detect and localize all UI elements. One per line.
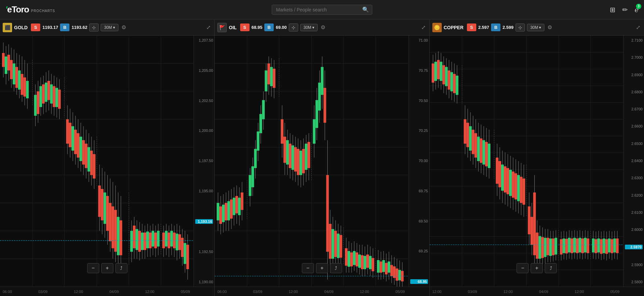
oil-chart-controls: − + ⤴ bbox=[302, 263, 342, 273]
oil-share-button[interactable]: ⤴ bbox=[330, 263, 342, 273]
svg-rect-427 bbox=[605, 239, 608, 254]
copper-icon: 🪙 bbox=[432, 23, 442, 32]
svg-rect-318 bbox=[447, 70, 450, 90]
svg-rect-106 bbox=[141, 233, 144, 250]
svg-rect-263 bbox=[372, 258, 374, 271]
svg-rect-282 bbox=[398, 270, 401, 280]
copper-timeframe-button[interactable]: 30M ▾ bbox=[527, 24, 544, 31]
copper-zoom-in-button[interactable]: + bbox=[531, 263, 543, 273]
nav-right: ⊞ ✏ ℯ 3 bbox=[610, 6, 639, 14]
gold-crosshair-button[interactable]: ⊹ bbox=[89, 23, 99, 32]
oil-zoom-in-button[interactable]: + bbox=[316, 263, 328, 273]
svg-rect-108 bbox=[144, 233, 146, 250]
svg-rect-253 bbox=[358, 254, 361, 267]
svg-rect-95 bbox=[119, 220, 122, 255]
svg-rect-373 bbox=[530, 217, 533, 245]
svg-rect-327 bbox=[464, 119, 466, 144]
copper-buy-button[interactable]: B bbox=[491, 23, 500, 31]
svg-rect-68 bbox=[82, 140, 85, 165]
copper-expand-button[interactable]: ⤢ bbox=[635, 23, 641, 32]
layout-icon[interactable]: ⊞ bbox=[610, 6, 615, 14]
svg-rect-85 bbox=[106, 196, 109, 231]
svg-rect-261 bbox=[369, 256, 372, 269]
svg-rect-32 bbox=[26, 81, 29, 98]
oil-sell-price: 68.95 bbox=[252, 25, 263, 30]
svg-rect-81 bbox=[101, 189, 104, 220]
gold-sell-button[interactable]: S bbox=[31, 23, 40, 31]
gold-timeframe-button[interactable]: 30M ▾ bbox=[101, 24, 118, 31]
oil-sell-button[interactable]: S bbox=[240, 23, 250, 31]
copper-share-button[interactable]: ⤴ bbox=[545, 263, 557, 273]
svg-rect-41 bbox=[42, 84, 45, 103]
oil-buy-button[interactable]: B bbox=[264, 23, 274, 31]
svg-rect-350 bbox=[498, 161, 501, 187]
svg-rect-118 bbox=[157, 231, 160, 247]
svg-rect-89 bbox=[111, 206, 114, 248]
draw-icon[interactable]: ✏ bbox=[622, 6, 628, 14]
svg-rect-66 bbox=[79, 137, 82, 161]
svg-rect-236 bbox=[334, 231, 337, 257]
svg-rect-402 bbox=[571, 239, 573, 253]
svg-rect-268 bbox=[380, 261, 382, 273]
svg-rect-74 bbox=[90, 151, 93, 175]
oil-timeframe-button[interactable]: 30M ▾ bbox=[300, 24, 318, 31]
svg-rect-123 bbox=[165, 231, 168, 247]
oil-settings-button[interactable]: ⚙ bbox=[320, 23, 326, 32]
svg-rect-199 bbox=[283, 137, 286, 163]
copper-settings-button[interactable]: ⚙ bbox=[546, 23, 553, 32]
svg-rect-433 bbox=[613, 239, 616, 253]
svg-rect-387 bbox=[549, 239, 552, 256]
svg-rect-240 bbox=[340, 235, 342, 258]
svg-rect-362 bbox=[514, 173, 517, 199]
svg-rect-431 bbox=[610, 239, 613, 253]
svg-rect-356 bbox=[506, 168, 509, 194]
gold-buy-button[interactable]: B bbox=[60, 23, 69, 31]
copper-price-axis: 2.7100 2.7000 2.6900 2.6800 2.6700 2.660… bbox=[623, 36, 644, 287]
gold-settings-button[interactable]: ⚙ bbox=[120, 23, 127, 32]
svg-rect-345 bbox=[488, 144, 490, 168]
svg-rect-201 bbox=[286, 140, 289, 165]
oil-expand-button[interactable]: ⤢ bbox=[420, 23, 427, 32]
svg-rect-391 bbox=[554, 238, 557, 255]
svg-rect-131 bbox=[176, 234, 178, 250]
chart-panel-copper: 🪙 COPPER S 2.597 B 2.599 ⊹ 30M ▾ ⚙ ⤢ bbox=[430, 19, 644, 296]
oil-crosshair-button[interactable]: ⊹ bbox=[289, 23, 298, 32]
svg-rect-215 bbox=[305, 144, 308, 170]
svg-rect-207 bbox=[294, 147, 297, 171]
svg-rect-226 bbox=[321, 67, 324, 95]
svg-rect-398 bbox=[565, 239, 568, 254]
svg-rect-139 bbox=[186, 245, 189, 269]
svg-rect-217 bbox=[308, 142, 310, 168]
topnav: 'eToro PROCHARTS 🔍 ⊞ ✏ ℯ 3 bbox=[0, 0, 644, 19]
chart-body-oil: 71.00 70.75 70.50 70.25 70.00 69.75 69.5… bbox=[215, 36, 429, 287]
svg-rect-22 bbox=[13, 63, 15, 84]
notification-button[interactable]: ℯ 3 bbox=[635, 6, 639, 14]
svg-rect-419 bbox=[594, 239, 597, 253]
svg-rect-64 bbox=[77, 133, 79, 158]
svg-rect-14 bbox=[2, 53, 5, 67]
svg-rect-331 bbox=[469, 126, 472, 151]
gold-zoom-in-button[interactable]: + bbox=[101, 263, 113, 273]
charts-area: ⬛ GOLD S 1193.17 B 1193.62 ⊹ 30M ▾ ⚙ ⤢ bbox=[0, 19, 644, 296]
svg-rect-435 bbox=[616, 239, 619, 253]
svg-rect-30 bbox=[23, 78, 26, 97]
copper-zoom-out-button[interactable]: − bbox=[517, 263, 529, 273]
copper-sell-button[interactable]: S bbox=[467, 23, 476, 31]
svg-rect-314 bbox=[442, 65, 445, 84]
gold-zoom-out-button[interactable]: − bbox=[87, 263, 99, 273]
copper-name: COPPER bbox=[444, 25, 464, 30]
svg-rect-104 bbox=[138, 231, 141, 252]
svg-rect-396 bbox=[562, 239, 565, 253]
gold-chart-svg bbox=[0, 36, 194, 287]
svg-rect-79 bbox=[98, 186, 101, 217]
svg-rect-58 bbox=[69, 123, 71, 147]
copper-crosshair-button[interactable]: ⊹ bbox=[516, 23, 525, 32]
gold-expand-button[interactable]: ⤢ bbox=[205, 23, 212, 32]
svg-rect-37 bbox=[37, 91, 39, 114]
gold-share-button[interactable]: ⤴ bbox=[115, 263, 127, 273]
oil-zoom-out-button[interactable]: − bbox=[302, 263, 314, 273]
svg-rect-70 bbox=[85, 144, 88, 168]
chart-panel-gold: ⬛ GOLD S 1193.17 B 1193.62 ⊹ 30M ▾ ⚙ ⤢ bbox=[0, 19, 215, 296]
search-input[interactable] bbox=[272, 5, 372, 15]
svg-rect-259 bbox=[366, 254, 369, 267]
